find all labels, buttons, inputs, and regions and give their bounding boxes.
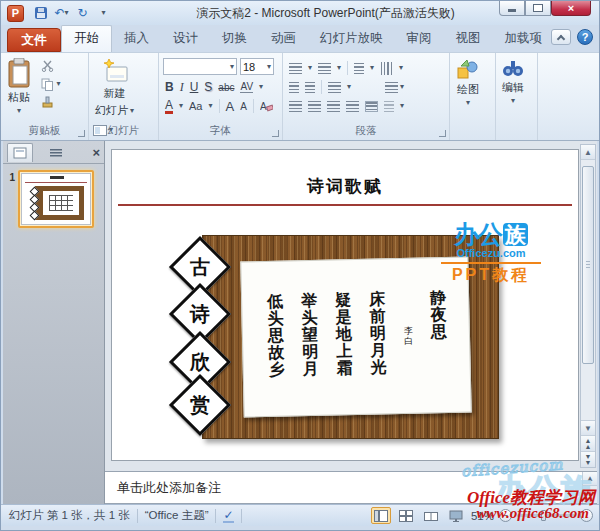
increase-indent-icon[interactable] bbox=[305, 82, 315, 93]
next-slide-button[interactable]: ▼▼ bbox=[581, 451, 595, 467]
previous-slide-button[interactable]: ▲▲ bbox=[581, 435, 595, 451]
scroll-track[interactable] bbox=[581, 160, 595, 420]
zoom-level[interactable]: 51% bbox=[471, 510, 494, 522]
zoom-slider[interactable] bbox=[517, 514, 575, 517]
binoculars-icon bbox=[502, 58, 524, 78]
new-slide-button[interactable]: 新建 幻灯片▾ bbox=[91, 56, 138, 120]
slides-tab-icon bbox=[13, 147, 27, 159]
status-bar: 幻灯片 第 1 张，共 1 张 “Office 主题” ✓ bbox=[1, 504, 599, 526]
close-button[interactable]: × bbox=[551, 1, 591, 16]
undo-button[interactable]: ↶▾ bbox=[53, 5, 70, 21]
slide-title[interactable]: 诗词歌赋 bbox=[112, 175, 578, 198]
slide-sorter-view-button[interactable] bbox=[396, 507, 416, 524]
poem-text: 静夜思 李白 床前明月光 疑是地上霜 举头望明月 低头思故乡 bbox=[241, 257, 470, 416]
paste-button[interactable]: 粘贴 ▾ bbox=[3, 56, 35, 117]
drawing-button[interactable]: 绘图 ▾ bbox=[452, 56, 484, 109]
poem-line: 低头思故乡 bbox=[267, 294, 288, 416]
bold-button[interactable]: B bbox=[165, 80, 174, 94]
copy-button[interactable]: ▾ bbox=[41, 77, 60, 91]
decrease-indent-icon[interactable] bbox=[289, 82, 299, 93]
format-painter-button[interactable] bbox=[41, 95, 60, 109]
font-color-dropdown-icon: ▾ bbox=[179, 102, 183, 110]
table-layout-icon[interactable] bbox=[365, 101, 378, 112]
slide-canvas[interactable]: 诗词歌赋 静夜思 李白 床前明月光 疑是地上霜 举头望明月 低头思故乡 古 诗 … bbox=[111, 149, 579, 461]
bullets-icon[interactable] bbox=[289, 63, 302, 74]
tab-design[interactable]: 设计 bbox=[161, 26, 210, 52]
scroll-down-button[interactable]: ▼ bbox=[581, 420, 595, 435]
notes-pane[interactable]: 单击此处添加备注 ▲ bbox=[105, 471, 597, 504]
powerpoint-window: P ↶▾ ↻ ▾ 演示文稿2 - Microsoft PowerPoint(产品… bbox=[0, 0, 600, 531]
cut-button[interactable] bbox=[41, 59, 60, 73]
powerpoint-app-icon[interactable]: P bbox=[7, 5, 24, 22]
normal-view-icon bbox=[374, 510, 388, 522]
tab-animations[interactable]: 动画 bbox=[259, 26, 308, 52]
font-dialog-launcher[interactable] bbox=[272, 130, 279, 137]
scroll-up-button[interactable]: ▲ bbox=[581, 145, 595, 160]
justify-icon[interactable] bbox=[346, 101, 359, 112]
tab-insert[interactable]: 插入 bbox=[112, 26, 161, 52]
tab-slideshow[interactable]: 幻灯片放映 bbox=[308, 26, 395, 52]
redo-button[interactable]: ↻ bbox=[74, 5, 91, 21]
underline-button[interactable]: U bbox=[190, 80, 199, 94]
spell-check-icon[interactable]: ✓ bbox=[223, 509, 233, 523]
panel-close-button[interactable]: × bbox=[92, 145, 100, 160]
character-spacing-button[interactable]: AV bbox=[240, 81, 253, 93]
zoom-slider-thumb[interactable] bbox=[541, 510, 546, 521]
poem-paper-shape[interactable]: 静夜思 李白 床前明月光 疑是地上霜 举头望明月 低头思故乡 bbox=[240, 256, 471, 417]
align-center-icon[interactable] bbox=[308, 101, 321, 112]
normal-view-button[interactable] bbox=[371, 507, 391, 524]
reading-view-button[interactable] bbox=[421, 507, 441, 524]
smartart-convert-icon[interactable] bbox=[384, 101, 394, 112]
align-right-icon[interactable] bbox=[327, 101, 340, 112]
text-direction-icon[interactable] bbox=[381, 62, 392, 75]
text-shadow-button[interactable]: S bbox=[204, 80, 212, 94]
customize-qat-button[interactable]: ▾ bbox=[95, 5, 112, 21]
strikethrough-button[interactable]: abc bbox=[218, 82, 234, 93]
clear-formatting-icon[interactable]: A bbox=[260, 100, 273, 112]
drawing-group: 绘图 ▾ bbox=[450, 53, 496, 140]
font-color-button[interactable]: A bbox=[165, 99, 173, 114]
fit-to-window-button[interactable] bbox=[580, 509, 593, 522]
tab-addins[interactable]: 加载项 bbox=[493, 26, 555, 52]
minimize-ribbon-button[interactable] bbox=[551, 29, 571, 45]
save-button[interactable] bbox=[32, 5, 49, 21]
align-left-icon[interactable] bbox=[289, 101, 302, 112]
scroll-thumb[interactable] bbox=[582, 166, 594, 364]
notes-placeholder[interactable]: 单击此处添加备注 bbox=[105, 472, 597, 497]
zoom-out-button[interactable]: − bbox=[499, 509, 512, 522]
tab-review[interactable]: 审阅 bbox=[395, 26, 444, 52]
notes-scroll-up-button[interactable]: ▲ bbox=[583, 472, 597, 486]
italic-button[interactable]: I bbox=[180, 80, 184, 95]
restore-button[interactable] bbox=[525, 1, 551, 16]
poem-line: 床前明月光 bbox=[369, 291, 390, 413]
scissors-icon bbox=[41, 60, 54, 72]
font-name-combo[interactable]: ▾ bbox=[163, 58, 237, 75]
vertical-scrollbar: ▲ ▼ ▲▲ ▼▼ bbox=[580, 144, 596, 468]
slide-number: 1 bbox=[5, 170, 15, 228]
grow-font-button[interactable]: A bbox=[226, 99, 235, 114]
numbering-icon[interactable] bbox=[318, 63, 331, 74]
font-size-combo[interactable]: 18▾ bbox=[240, 58, 274, 75]
theme-name[interactable]: “Office 主题” bbox=[145, 508, 209, 523]
shapes-icon bbox=[456, 58, 480, 80]
slide-thumbnail[interactable] bbox=[18, 170, 94, 228]
copy-dropdown-icon: ▾ bbox=[56, 80, 60, 88]
tab-view[interactable]: 视图 bbox=[444, 26, 493, 52]
slideshow-view-button[interactable] bbox=[446, 507, 466, 524]
columns-icon[interactable] bbox=[328, 82, 341, 93]
tab-file[interactable]: 文件 bbox=[7, 28, 61, 52]
change-case-button[interactable]: Aa bbox=[189, 100, 202, 112]
minimize-button[interactable] bbox=[499, 1, 525, 16]
paragraph-dialog-launcher[interactable] bbox=[439, 130, 446, 137]
editing-button[interactable]: 编辑 ▾ bbox=[498, 56, 528, 107]
align-text-icon[interactable] bbox=[385, 82, 398, 93]
save-icon bbox=[35, 7, 47, 19]
clipboard-dialog-launcher[interactable] bbox=[78, 130, 85, 137]
help-button[interactable]: ? bbox=[577, 29, 593, 45]
outline-tab[interactable] bbox=[43, 143, 69, 162]
slides-tab[interactable] bbox=[7, 143, 33, 162]
tab-home[interactable]: 开始 bbox=[61, 25, 112, 52]
tab-transitions[interactable]: 切换 bbox=[210, 26, 259, 52]
line-spacing-icon[interactable] bbox=[354, 63, 364, 74]
shrink-font-button[interactable]: A bbox=[240, 101, 247, 112]
